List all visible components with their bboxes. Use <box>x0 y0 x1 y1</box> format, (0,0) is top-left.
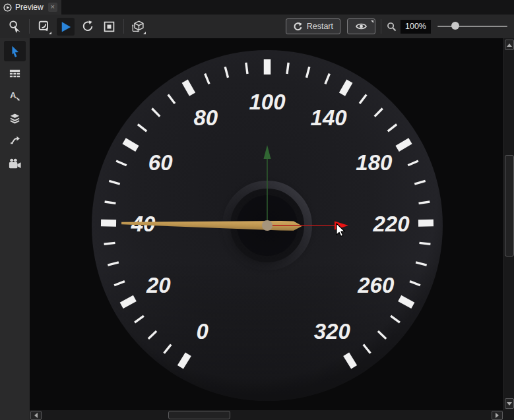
gauge-label: 220 <box>372 212 410 236</box>
triangle-down-icon <box>507 402 512 405</box>
restart-label: Restart <box>307 22 333 31</box>
svg-text:A: A <box>10 90 16 100</box>
frame-select-tool-button[interactable] <box>100 18 118 36</box>
restart-button[interactable]: Restart <box>286 18 340 34</box>
preview-viewport[interactable]: 020406080100140180220260320 <box>30 38 503 410</box>
triangle-right-icon <box>496 413 499 418</box>
vertical-scroll-thumb[interactable] <box>505 155 514 256</box>
connections-button[interactable] <box>4 131 26 151</box>
eye-icon <box>356 22 367 30</box>
tab-bar: Preview × <box>0 0 514 15</box>
preview-play-circle-icon <box>3 3 12 12</box>
scroll-left-button[interactable] <box>30 411 42 420</box>
triangle-up-icon <box>507 44 512 47</box>
rotate-tool-button[interactable] <box>79 18 96 36</box>
gauge-label: 20 <box>146 273 171 297</box>
horizontal-scroll-thumb[interactable] <box>168 411 230 419</box>
play-triangle-icon <box>59 20 73 34</box>
zoom-slider[interactable] <box>437 18 509 35</box>
preview-window: Preview × <box>0 0 514 420</box>
layers-icon <box>9 112 21 125</box>
table-icon <box>9 67 21 80</box>
speedometer-gauge: 020406080100140180220260320 <box>30 38 503 410</box>
horizontal-scrollbar[interactable] <box>30 410 503 420</box>
gauge-minor-tick <box>287 63 288 74</box>
zoom-slider-track <box>437 26 507 27</box>
branch-arrow-icon <box>9 135 21 147</box>
cube-3d-tool-button[interactable] <box>129 18 147 36</box>
table-view-button[interactable] <box>4 63 26 84</box>
toolbar-separator <box>381 19 381 34</box>
tab-close-icon[interactable]: × <box>48 3 57 12</box>
gauge-label: 140 <box>311 105 348 130</box>
scroll-up-button[interactable] <box>505 40 514 50</box>
refresh-icon <box>293 22 303 32</box>
tab-preview[interactable]: Preview × <box>0 0 61 15</box>
square-in-square-icon <box>103 20 115 33</box>
cursor-tap-icon <box>8 20 22 34</box>
text-a-icon: A <box>9 90 21 102</box>
gauge-label: 80 <box>193 105 218 130</box>
left-tool-sidebar: A <box>0 38 30 420</box>
layers-button[interactable] <box>4 108 26 129</box>
gauge-label: 320 <box>314 319 351 344</box>
video-camera-icon <box>8 158 22 169</box>
triangle-left-icon <box>34 413 38 418</box>
toolbar-right-group: Restart 100% <box>286 18 509 35</box>
pick-tool-button[interactable] <box>6 18 24 36</box>
gauge-label: 100 <box>249 90 286 114</box>
cursor-arrow-icon <box>9 45 22 58</box>
select-tool-button[interactable] <box>4 41 26 61</box>
magnifier-icon <box>387 22 397 32</box>
gauge-label: 60 <box>148 150 173 175</box>
gauge-label: 180 <box>356 150 393 175</box>
visibility-button[interactable] <box>347 18 375 34</box>
scroll-right-button[interactable] <box>492 411 503 420</box>
gauge-minor-tick <box>104 243 115 244</box>
gizmo-origin-dot <box>262 220 273 231</box>
toolbar: Restart 100% <box>0 15 514 38</box>
scroll-down-button[interactable] <box>505 398 514 409</box>
scrollbar-corner <box>503 410 514 420</box>
zoom-slider-handle[interactable] <box>451 22 459 30</box>
zoom-level-field[interactable]: 100% <box>401 20 431 34</box>
text-tool-button[interactable]: A <box>4 86 26 106</box>
dropdown-corner-icon <box>371 20 373 23</box>
dropdown-corner-icon <box>143 32 146 34</box>
play-mode-tool-button[interactable] <box>57 18 75 36</box>
gauge-label: 260 <box>357 273 395 297</box>
rotate-arrow-icon <box>81 20 94 33</box>
gauge-minor-tick <box>419 243 430 244</box>
camera-button[interactable] <box>4 153 26 173</box>
tab-title: Preview <box>15 0 44 15</box>
gauge-label: 0 <box>197 319 209 344</box>
toolbar-separator <box>29 19 30 34</box>
toolbar-separator <box>123 19 124 34</box>
transform-view-tool-button[interactable] <box>35 18 53 36</box>
vertical-scrollbar[interactable] <box>503 38 514 410</box>
dropdown-corner-icon <box>49 32 51 34</box>
gauge-minor-tick <box>246 63 247 74</box>
